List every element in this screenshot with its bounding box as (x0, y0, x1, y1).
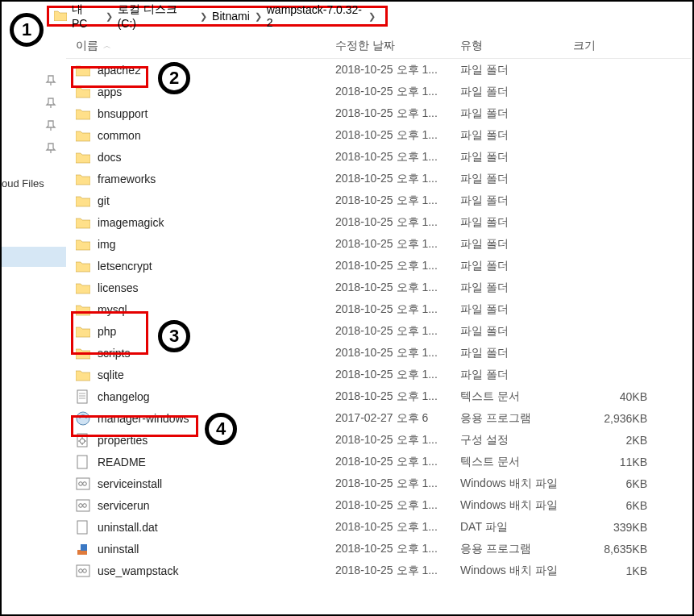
sidebar-pin-item[interactable] (2, 137, 66, 160)
file-row[interactable]: sqlite2018-10-25 오후 1...파일 폴더 (66, 364, 691, 385)
file-row[interactable]: manager-windows2017-02-27 오후 6응용 프로그램2,9… (66, 407, 691, 429)
file-row[interactable]: mysql2018-10-25 오후 1...파일 폴더 (66, 298, 691, 320)
file-type: Windows 배치 파일 (460, 477, 573, 491)
file-name: letsencrypt (98, 260, 152, 273)
file-row[interactable]: docs2018-10-25 오후 1...파일 폴더 (66, 146, 691, 168)
file-row[interactable]: php2018-10-25 오후 1...파일 폴더 (66, 320, 691, 342)
file-row[interactable]: scripts2018-10-25 오후 1...파일 폴더 (66, 342, 691, 364)
file-type: 구성 설정 (460, 433, 573, 447)
file-row[interactable]: use_wampstack2018-10-25 오후 1...Windows 배… (66, 560, 691, 581)
file-row[interactable]: bnsupport2018-10-25 오후 1...파일 폴더 (66, 102, 691, 124)
app-icon (76, 411, 90, 426)
file-row[interactable]: uninstall.dat2018-10-25 오후 1...DAT 파일339… (66, 516, 691, 538)
breadcrumb-item[interactable]: 로컬 디스크 (C:) (118, 2, 195, 30)
folder-icon (54, 10, 67, 23)
chevron-right-icon: ❯ (368, 11, 376, 22)
file-row[interactable]: frameworks2018-10-25 오후 1...파일 폴더 (66, 168, 691, 189)
file-name: mysql (98, 303, 127, 316)
column-name[interactable]: 이름︿ (76, 39, 335, 53)
file-row[interactable]: properties2018-10-25 오후 1...구성 설정2KB (66, 429, 691, 451)
file-type: 응용 프로그램 (460, 542, 573, 556)
breadcrumb-item[interactable]: 내 PC (72, 2, 101, 30)
sidebar-cloud-files[interactable]: oud Files (2, 173, 66, 194)
file-name: manager-windows (98, 412, 189, 425)
file-row[interactable]: licenses2018-10-25 오후 1...파일 폴더 (66, 277, 691, 298)
file-name: bnsupport (98, 107, 148, 120)
file-row[interactable]: servicerun2018-10-25 오후 1...Windows 배치 파… (66, 494, 691, 516)
file-size: 6KB (573, 499, 662, 512)
file-icon (76, 520, 90, 535)
file-row[interactable]: changelog2018-10-25 오후 1...텍스트 문서40KB (66, 385, 691, 407)
file-name: use_wampstack (98, 564, 178, 577)
file-size: 1KB (573, 564, 662, 577)
folder-icon (76, 281, 90, 295)
folder-icon (76, 368, 90, 382)
breadcrumb-item[interactable]: wampstack-7.0.32-2 (267, 3, 364, 29)
breadcrumb-item[interactable]: Bitnami (212, 10, 250, 23)
file-row[interactable]: apps2018-10-25 오후 1...파일 폴더 (66, 81, 691, 102)
file-row[interactable]: letsencrypt2018-10-25 오후 1...파일 폴더 (66, 255, 691, 277)
column-size[interactable]: 크기 (573, 39, 662, 53)
file-date: 2018-10-25 오후 1... (335, 389, 460, 404)
file-date: 2018-10-25 오후 1... (335, 281, 460, 295)
file-type: 텍스트 문서 (460, 389, 573, 404)
file-row[interactable]: imagemagick2018-10-25 오후 1...파일 폴더 (66, 211, 691, 233)
folder-icon (76, 85, 90, 99)
file-date: 2018-10-25 오후 1... (335, 302, 460, 317)
file-row[interactable]: common2018-10-25 오후 1...파일 폴더 (66, 124, 691, 146)
file-row[interactable]: apache22018-10-25 오후 1...파일 폴더 (66, 59, 691, 81)
file-name: uninstall.dat (98, 521, 158, 534)
file-name: sqlite (98, 368, 124, 381)
file-type: DAT 파일 (460, 520, 573, 535)
column-type[interactable]: 유형 (460, 39, 573, 53)
sidebar-pin-item[interactable] (2, 69, 66, 92)
batch-icon (76, 477, 90, 491)
file-type: Windows 배치 파일 (460, 498, 573, 513)
folder-icon (76, 128, 90, 143)
folder-icon (76, 324, 90, 339)
batch-icon (76, 564, 90, 578)
folder-icon (76, 215, 90, 230)
file-row[interactable]: git2018-10-25 오후 1...파일 폴더 (66, 189, 691, 211)
folder-icon (76, 106, 90, 121)
file-list: 이름︿ 수정한 날짜 유형 크기 apache22018-10-25 오후 1.… (66, 34, 691, 581)
column-date[interactable]: 수정한 날짜 (335, 39, 460, 53)
sidebar-pin-item[interactable] (2, 114, 66, 137)
file-name: changelog (98, 390, 150, 403)
file-date: 2018-10-25 오후 1... (335, 346, 460, 360)
file-date: 2018-10-25 오후 1... (335, 237, 460, 252)
file-row[interactable]: README2018-10-25 오후 1...텍스트 문서11KB (66, 451, 691, 472)
address-bar[interactable]: 내 PC ❯ 로컬 디스크 (C:) ❯ Bitnami ❯ wampstack… (47, 6, 388, 27)
file-row[interactable]: uninstall2018-10-25 오후 1...응용 프로그램8,635K… (66, 538, 691, 560)
sort-asc-icon: ︿ (103, 40, 111, 52)
file-name: uninstall (98, 543, 139, 556)
batch-icon (76, 498, 90, 513)
folder-icon (76, 259, 90, 273)
file-name: scripts (98, 347, 130, 360)
folder-icon (76, 194, 90, 208)
file-date: 2017-02-27 오후 6 (335, 411, 460, 426)
file-name: git (98, 194, 110, 207)
file-date: 2018-10-25 오후 1... (335, 368, 460, 382)
file-name: licenses (98, 281, 139, 294)
sidebar-pin-item[interactable] (2, 92, 66, 114)
uninstall-icon (76, 542, 90, 556)
file-date: 2018-10-25 오후 1... (335, 259, 460, 273)
file-type: 파일 폴더 (460, 281, 573, 295)
file-row[interactable]: serviceinstall2018-10-25 오후 1...Windows … (66, 472, 691, 494)
file-name: docs (98, 151, 122, 164)
file-size: 339KB (573, 521, 662, 534)
file-type: 응용 프로그램 (460, 411, 573, 426)
file-type: 파일 폴더 (460, 237, 573, 252)
file-size: 11KB (573, 456, 662, 468)
file-row[interactable]: img2018-10-25 오후 1...파일 폴더 (66, 233, 691, 255)
file-date: 2018-10-25 오후 1... (335, 215, 460, 230)
file-date: 2018-10-25 오후 1... (335, 106, 460, 121)
file-date: 2018-10-25 오후 1... (335, 63, 460, 77)
sidebar-selected-item[interactable] (2, 247, 66, 267)
file-type: Windows 배치 파일 (460, 564, 573, 578)
file-type: 파일 폴더 (460, 302, 573, 317)
file-name: php (98, 325, 116, 338)
file-type: 파일 폴더 (460, 150, 573, 164)
folder-icon (76, 302, 90, 317)
